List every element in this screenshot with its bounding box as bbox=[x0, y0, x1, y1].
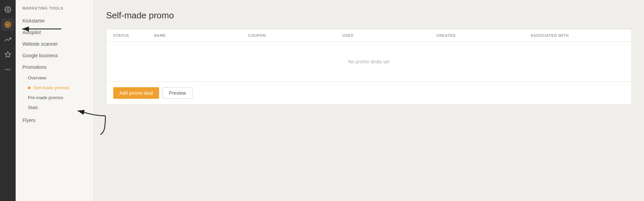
sidebar-item-google-business[interactable]: Google business bbox=[16, 50, 94, 61]
col-used: USED bbox=[342, 33, 437, 37]
sidebar-item-website-scanner[interactable]: Website scanner bbox=[16, 38, 94, 50]
col-coupon: COUPON bbox=[248, 33, 342, 37]
col-created: CREATED bbox=[436, 33, 530, 37]
table-footer: Add promo deal Preview bbox=[106, 81, 631, 104]
table-header: STATUS NAME COUPON USED CREATED ASSOCIAT… bbox=[106, 29, 631, 42]
stats-label: Stats bbox=[28, 105, 38, 110]
active-dot bbox=[28, 87, 31, 89]
svg-marker-4 bbox=[5, 52, 11, 57]
sidebar-icon-target[interactable] bbox=[2, 18, 14, 31]
svg-point-3 bbox=[7, 24, 8, 25]
nav-sidebar: MARKETING TOOLS Kickstarter Autopilot We… bbox=[16, 0, 94, 201]
sidebar-icon-chart[interactable] bbox=[2, 33, 14, 46]
col-name: NAME bbox=[154, 33, 248, 37]
sidebar-icon-settings[interactable] bbox=[2, 3, 14, 16]
svg-point-6 bbox=[7, 69, 8, 70]
overview-label: Overview bbox=[28, 75, 46, 80]
sidebar-icon-more[interactable] bbox=[2, 63, 14, 76]
svg-point-5 bbox=[5, 69, 6, 70]
promo-table-card: STATUS NAME COUPON USED CREATED ASSOCIAT… bbox=[106, 29, 632, 105]
page-title: Self-made promo bbox=[106, 10, 632, 21]
sidebar-item-kickstarter[interactable]: Kickstarter bbox=[16, 15, 94, 27]
self-made-promos-label: Self-made promos bbox=[33, 85, 69, 90]
svg-point-7 bbox=[9, 69, 10, 70]
icon-sidebar bbox=[0, 0, 16, 201]
sidebar-subitem-stats[interactable]: Stats bbox=[16, 103, 94, 112]
sidebar-item-flyers[interactable]: Flyers bbox=[16, 114, 94, 126]
table-empty-message: No promo deals yet bbox=[106, 42, 631, 81]
sidebar-subitem-overview[interactable]: Overview bbox=[16, 73, 94, 83]
sidebar-icon-star[interactable] bbox=[2, 48, 14, 61]
pre-made-promos-label: Pre-made promos bbox=[28, 95, 63, 100]
sidebar-item-autopilot[interactable]: Autopilot bbox=[16, 27, 94, 38]
preview-button[interactable]: Preview bbox=[163, 87, 192, 99]
sidebar-item-promotions[interactable]: Promotions bbox=[16, 61, 94, 73]
svg-point-0 bbox=[7, 9, 9, 11]
col-associated-with: ASSOCIATED WITH bbox=[530, 33, 625, 37]
sidebar-subitem-pre-made-promos[interactable]: Pre-made promos bbox=[16, 93, 94, 103]
sidebar-subitem-self-made-promos[interactable]: Self-made promos bbox=[16, 83, 94, 93]
main-content: Self-made promo STATUS NAME COUPON USED … bbox=[94, 0, 644, 201]
add-promo-deal-button[interactable]: Add promo deal bbox=[113, 87, 159, 99]
col-status: STATUS bbox=[113, 33, 154, 37]
nav-sidebar-header: MARKETING TOOLS bbox=[16, 0, 94, 15]
